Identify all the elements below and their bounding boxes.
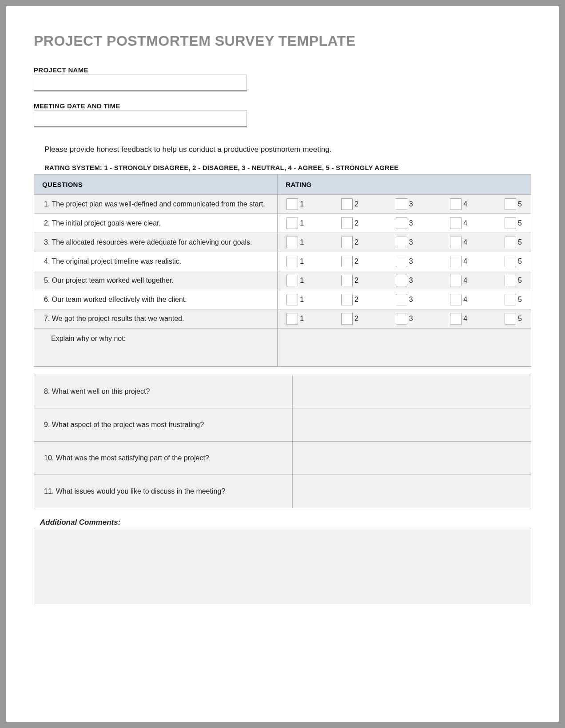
open-answer-cell[interactable] xyxy=(292,475,531,508)
project-name-label: PROJECT NAME xyxy=(34,66,531,74)
question-row-4: 4. The original project timeline was rea… xyxy=(34,252,531,271)
rating-checkbox[interactable] xyxy=(505,275,516,286)
rating-label: 3 xyxy=(409,257,413,265)
rating-questions-table: QUESTIONS RATING 1. The project plan was… xyxy=(34,174,531,367)
rating-label: 4 xyxy=(463,315,467,323)
question-text: 1. The project plan was well-defined and… xyxy=(34,195,278,214)
rating-checkbox[interactable] xyxy=(505,237,516,248)
rating-checkbox[interactable] xyxy=(505,294,516,305)
question-row-6: 6. Our team worked effectively with the … xyxy=(34,290,531,309)
question-text: 4. The original project timeline was rea… xyxy=(34,252,278,271)
rating-checkbox[interactable] xyxy=(396,218,407,229)
rating-label: 3 xyxy=(409,200,413,208)
survey-page: PROJECT POSTMORTEM SURVEY TEMPLATE PROJE… xyxy=(6,6,559,722)
open-answer-cell[interactable] xyxy=(292,442,531,475)
rating-checkbox[interactable] xyxy=(396,256,407,267)
rating-checkbox[interactable] xyxy=(450,256,462,267)
rating-checkbox[interactable] xyxy=(286,256,298,267)
rating-checkbox[interactable] xyxy=(341,275,353,286)
rating-checkbox[interactable] xyxy=(450,275,462,286)
rating-checkbox[interactable] xyxy=(450,237,462,248)
rating-legend: RATING SYSTEM: 1 - STRONGLY DISAGREE, 2 … xyxy=(44,164,531,171)
meeting-date-label: MEETING DATE AND TIME xyxy=(34,102,531,110)
rating-label: 1 xyxy=(300,200,304,208)
rating-checkbox[interactable] xyxy=(396,198,407,210)
rating-label: 3 xyxy=(409,296,413,304)
rating-checkbox[interactable] xyxy=(450,218,462,229)
header-rating: RATING xyxy=(278,174,531,195)
rating-checkbox[interactable] xyxy=(341,218,353,229)
header-questions: QUESTIONS xyxy=(34,174,278,195)
open-answer-cell[interactable] xyxy=(292,408,531,442)
rating-checkbox[interactable] xyxy=(505,198,516,210)
rating-checkbox[interactable] xyxy=(286,198,298,210)
rating-label: 5 xyxy=(518,315,522,323)
question-row-3: 3. The allocated resources were adequate… xyxy=(34,233,531,252)
rating-label: 3 xyxy=(409,238,413,246)
rating-label: 5 xyxy=(518,296,522,304)
question-row-1: 1. The project plan was well-defined and… xyxy=(34,195,531,214)
rating-checkbox[interactable] xyxy=(286,237,298,248)
rating-checkbox[interactable] xyxy=(286,218,298,229)
explain-label: Explain why or why not: xyxy=(34,328,278,367)
rating-label: 2 xyxy=(354,238,358,246)
rating-label: 4 xyxy=(463,219,467,227)
open-answer-cell[interactable] xyxy=(292,375,531,408)
rating-label: 5 xyxy=(518,257,522,265)
open-question-text: 8. What went well on this project? xyxy=(34,375,293,408)
rating-label: 5 xyxy=(518,219,522,227)
rating-label: 5 xyxy=(518,277,522,285)
meeting-date-input[interactable] xyxy=(34,111,247,127)
rating-label: 1 xyxy=(300,219,304,227)
rating-checkbox[interactable] xyxy=(286,294,298,305)
question-text: 5. Our project team worked well together… xyxy=(34,271,278,290)
explain-row: Explain why or why not: xyxy=(34,328,531,367)
question-row-7: 7. We got the project results that we wa… xyxy=(34,309,531,328)
question-row-5: 5. Our project team worked well together… xyxy=(34,271,531,290)
rating-checkbox[interactable] xyxy=(341,237,353,248)
rating-checkbox[interactable] xyxy=(396,294,407,305)
rating-label: 2 xyxy=(354,296,358,304)
rating-checkbox[interactable] xyxy=(450,198,462,210)
rating-checkbox[interactable] xyxy=(341,256,353,267)
rating-checkbox[interactable] xyxy=(341,294,353,305)
rating-checkbox[interactable] xyxy=(286,275,298,286)
open-question-text: 10. What was the most satisfying part of… xyxy=(34,442,293,475)
rating-checkbox[interactable] xyxy=(396,237,407,248)
open-questions-table: 8. What went well on this project? 9. Wh… xyxy=(34,375,531,508)
question-text: 6. Our team worked effectively with the … xyxy=(34,290,278,309)
explain-answer-cell[interactable] xyxy=(278,328,531,367)
rating-checkbox[interactable] xyxy=(450,294,462,305)
rating-label: 3 xyxy=(409,315,413,323)
rating-checkbox[interactable] xyxy=(341,313,353,324)
rating-label: 2 xyxy=(354,200,358,208)
open-question-row-8: 8. What went well on this project? xyxy=(34,375,531,408)
rating-label: 5 xyxy=(518,200,522,208)
rating-label: 1 xyxy=(300,315,304,323)
rating-label: 4 xyxy=(463,200,467,208)
open-question-row-10: 10. What was the most satisfying part of… xyxy=(34,442,531,475)
rating-label: 3 xyxy=(409,219,413,227)
rating-label: 1 xyxy=(300,238,304,246)
question-text: 7. We got the project results that we wa… xyxy=(34,309,278,328)
rating-label: 4 xyxy=(463,277,467,285)
instructions-text: Please provide honest feedback to help u… xyxy=(44,145,531,154)
rating-checkbox[interactable] xyxy=(505,256,516,267)
rating-label: 1 xyxy=(300,277,304,285)
comments-label: Additional Comments: xyxy=(40,518,531,527)
page-title: PROJECT POSTMORTEM SURVEY TEMPLATE xyxy=(34,33,531,49)
project-name-input[interactable] xyxy=(34,75,247,91)
rating-checkbox[interactable] xyxy=(505,218,516,229)
rating-label: 5 xyxy=(518,238,522,246)
rating-checkbox[interactable] xyxy=(396,313,407,324)
rating-checkbox[interactable] xyxy=(505,313,516,324)
rating-checkbox[interactable] xyxy=(450,313,462,324)
rating-label: 2 xyxy=(354,219,358,227)
comments-textarea[interactable] xyxy=(34,529,531,604)
rating-label: 2 xyxy=(354,257,358,265)
rating-checkbox[interactable] xyxy=(341,198,353,210)
rating-label: 1 xyxy=(300,257,304,265)
rating-checkbox[interactable] xyxy=(396,275,407,286)
rating-label: 2 xyxy=(354,277,358,285)
rating-checkbox[interactable] xyxy=(286,313,298,324)
